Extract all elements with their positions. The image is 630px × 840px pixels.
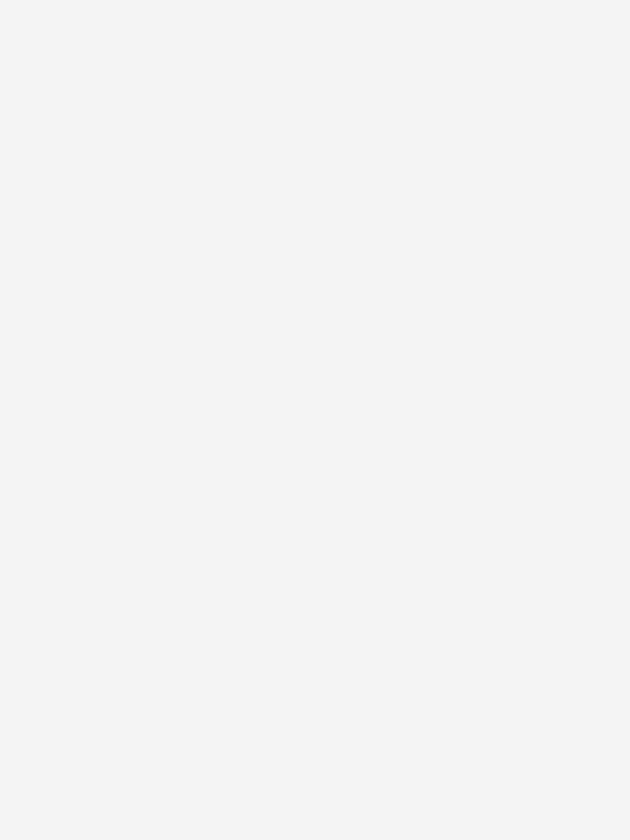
page-background: AutoSave ↶ ↷ ▾ Intro Sample.xlsx - Savin… bbox=[0, 0, 630, 840]
